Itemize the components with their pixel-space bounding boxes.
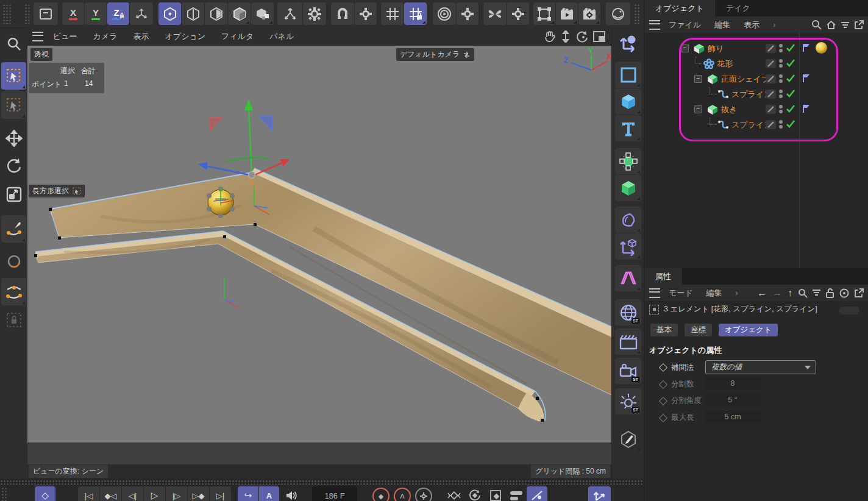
keyframe-diamond-icon[interactable] xyxy=(659,414,667,422)
menu-overflow-chevron[interactable]: › xyxy=(736,288,738,297)
enabled-check-icon[interactable] xyxy=(786,59,795,68)
spline-icon[interactable] xyxy=(717,89,729,100)
search-icon[interactable] xyxy=(798,288,808,298)
open-in-new-icon[interactable] xyxy=(854,20,864,30)
subdivisions-field[interactable]: 8 xyxy=(705,377,760,389)
menu-camera[interactable]: カメラ xyxy=(93,31,118,42)
x-axis-lock-button[interactable]: X xyxy=(62,2,84,25)
back-arrow-icon[interactable]: ← xyxy=(757,288,767,299)
menu-filter[interactable]: フィルタ xyxy=(221,31,254,42)
menu-panel[interactable]: パネル xyxy=(269,31,294,42)
coordinate-system-icon[interactable] xyxy=(130,2,153,25)
next-key-button[interactable]: ▷◆ xyxy=(188,486,209,501)
modeling-axis-icon[interactable] xyxy=(615,30,641,56)
render-settings-icon[interactable] xyxy=(578,2,600,25)
tree-row-shomen-shape[interactable]: − 正面シェイプ xyxy=(644,71,868,87)
lock-icon[interactable] xyxy=(826,288,834,298)
flower-spline-icon[interactable] xyxy=(703,59,714,69)
menu-options[interactable]: オプション xyxy=(165,31,206,42)
maximize-view-icon[interactable] xyxy=(593,31,605,42)
enabled-check-icon[interactable] xyxy=(786,119,795,129)
render-region-icon[interactable] xyxy=(533,2,555,25)
tab-takes[interactable]: テイク xyxy=(715,0,761,16)
phong-tag-icon[interactable] xyxy=(802,74,811,83)
enabled-check-icon[interactable] xyxy=(786,43,795,52)
visibility-dots[interactable] xyxy=(779,59,783,68)
kinematics-settings-gear-icon[interactable] xyxy=(303,2,326,25)
menu-display[interactable]: 表示 xyxy=(744,20,760,30)
pan-hand-icon[interactable] xyxy=(543,30,555,43)
edit-toggle-icon[interactable] xyxy=(766,105,776,114)
enabled-check-icon[interactable] xyxy=(786,74,795,83)
keyframe-diamond-icon[interactable] xyxy=(659,380,667,389)
interpolation-dropdown[interactable]: 複数の値 xyxy=(705,360,816,374)
visibility-dots[interactable] xyxy=(779,74,783,83)
sweep-generator-icon[interactable] xyxy=(707,74,718,85)
object-name[interactable]: 花形 xyxy=(717,59,733,69)
timeline-mode-icon[interactable] xyxy=(588,486,611,501)
scale-tool-icon[interactable] xyxy=(1,182,26,207)
spline-icon[interactable] xyxy=(717,119,729,130)
speaker-icon[interactable] xyxy=(281,486,301,501)
tree-row-spline[interactable]: スプライン xyxy=(644,87,868,102)
scale-key-icon[interactable] xyxy=(485,486,505,501)
pla-key-icon[interactable] xyxy=(527,486,547,501)
tree-row-spline[interactable]: スプライン xyxy=(644,117,868,132)
spline-smooth-tool[interactable] xyxy=(1,278,26,305)
axis-object-icon[interactable] xyxy=(615,233,641,260)
rectangle-spline-icon[interactable] xyxy=(615,62,641,88)
menu-edit[interactable]: 編集 xyxy=(714,20,730,30)
polygon-mode-button[interactable] xyxy=(205,2,227,25)
filter-icon[interactable] xyxy=(813,289,821,297)
up-arrow-icon[interactable]: ↑ xyxy=(788,288,792,299)
forward-arrow-icon[interactable]: → xyxy=(772,288,782,299)
live-selection-tool[interactable] xyxy=(1,91,26,119)
tab-objects[interactable]: オブジェクト xyxy=(644,0,715,16)
visibility-dots[interactable] xyxy=(779,120,783,129)
circle-spline-tool[interactable] xyxy=(1,249,26,274)
light-object-icon[interactable]: ST xyxy=(615,388,641,414)
sweep-generator-icon[interactable] xyxy=(707,104,718,115)
viewport-menu-icon[interactable] xyxy=(32,32,43,41)
expander-icon[interactable]: − xyxy=(694,105,702,113)
enabled-check-icon[interactable] xyxy=(786,104,795,113)
z-axis-lock-button[interactable]: Z xyxy=(107,2,129,25)
previous-key-button[interactable]: ◆◁ xyxy=(100,486,121,501)
tab-attributes[interactable]: 属性 xyxy=(644,268,682,285)
filter-icon[interactable] xyxy=(841,21,850,29)
edit-toggle-icon[interactable] xyxy=(766,120,776,129)
tab-basic[interactable]: 基本 xyxy=(650,324,678,336)
visibility-dots[interactable] xyxy=(779,44,783,52)
object-name[interactable]: 抜き xyxy=(721,104,737,115)
next-frame-button[interactable]: |▷ xyxy=(166,486,187,501)
position-key-icon[interactable] xyxy=(444,486,464,501)
material-tag-gold[interactable] xyxy=(816,42,827,54)
text-spline-icon[interactable] xyxy=(615,115,641,141)
tree-row-hanagata[interactable]: 花形 xyxy=(644,56,868,71)
camera-object-icon[interactable]: ST xyxy=(615,358,641,384)
play-button[interactable]: ▷ xyxy=(144,486,165,501)
deformer-icon[interactable] xyxy=(615,207,641,233)
point-mode-button[interactable] xyxy=(158,2,181,25)
generator-cube-icon[interactable] xyxy=(615,175,641,201)
menu-view[interactable]: ビュー xyxy=(53,31,77,42)
goto-start-button[interactable]: |◁ xyxy=(78,486,99,501)
content-browser-icon[interactable] xyxy=(34,2,58,25)
keyframe-selection-button[interactable] xyxy=(415,488,432,501)
keyframe-diamond-icon[interactable] xyxy=(659,397,667,405)
viewport-canvas[interactable]: Y X Z xyxy=(27,46,611,464)
autokeying-button[interactable]: A xyxy=(394,488,411,501)
interactive-render-icon[interactable] xyxy=(606,2,630,25)
max-length-field[interactable]: 5 cm xyxy=(705,411,760,423)
edit-toggle-icon[interactable] xyxy=(766,59,776,68)
menu-edit[interactable]: 編集 xyxy=(706,288,722,299)
object-name[interactable]: 飾り xyxy=(708,43,724,54)
edit-toggle-icon[interactable] xyxy=(766,74,776,84)
make-editable-icon[interactable] xyxy=(615,426,641,452)
expander-icon[interactable]: − xyxy=(694,75,702,83)
phong-tag-icon[interactable] xyxy=(802,104,811,113)
mirror-settings-gear-icon[interactable] xyxy=(507,2,529,25)
expander-icon[interactable]: − xyxy=(681,44,689,52)
keyframe-diamond-icon[interactable] xyxy=(659,363,667,372)
rotation-key-icon[interactable] xyxy=(464,486,485,501)
